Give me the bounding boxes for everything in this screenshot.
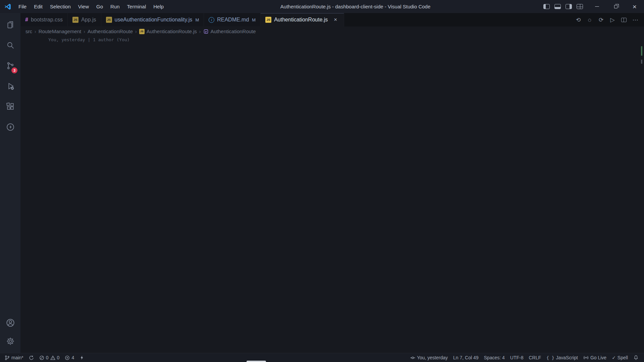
toggle-panel-icon[interactable] <box>554 4 561 9</box>
braces-icon: { } <box>546 355 554 360</box>
sync-button[interactable] <box>26 353 37 362</box>
close-button[interactable]: × <box>625 0 644 13</box>
annotations-icon[interactable]: ○ <box>585 15 594 24</box>
overview-ruler[interactable] <box>638 36 644 353</box>
tab-label: App.js <box>81 17 96 23</box>
menu-item-go[interactable]: Go <box>93 2 107 11</box>
sync-icon <box>29 355 34 360</box>
breadcrumb-item-routemanagement[interactable]: RouteManagement <box>39 28 82 34</box>
explorer-icon[interactable] <box>0 14 20 35</box>
problems-indicator[interactable]: 0 0 <box>37 353 62 362</box>
source-control-badge: 3 <box>11 67 17 73</box>
run-debug-icon[interactable] <box>0 76 20 96</box>
extensions-icon[interactable] <box>0 96 20 117</box>
ports-indicator[interactable]: 4 <box>62 353 77 362</box>
indentation-text: Spaces: 4 <box>484 355 505 360</box>
restore-button[interactable] <box>606 0 625 13</box>
breadcrumb-item-src[interactable]: src <box>25 28 32 34</box>
window-controls: × <box>588 0 644 13</box>
toggle-secondary-sidebar-icon[interactable] <box>566 4 572 9</box>
activity-bar: 3 <box>0 13 20 353</box>
git-branch-icon <box>5 355 10 360</box>
spell-checker[interactable]: ✓ Spell <box>609 353 631 362</box>
js-icon: JS <box>106 17 112 23</box>
menu-item-view[interactable]: View <box>74 2 93 11</box>
menu-item-selection[interactable]: Selection <box>46 2 74 11</box>
taskbar-peek <box>247 361 266 362</box>
tab-app-js[interactable]: JS App.js <box>68 13 101 26</box>
tab-useauthenticationfunctionality-js[interactable]: JS useAuthenticationFunctionality.js M <box>101 13 204 26</box>
commit-icon <box>410 355 415 360</box>
language-text: JavaScript <box>556 355 578 360</box>
window-title: AuthenticationRoute.js - dashboard-clien… <box>167 4 543 9</box>
menu-item-help[interactable]: Help <box>150 2 167 11</box>
git-modified-badge: M <box>252 17 256 22</box>
indentation-setting[interactable]: Spaces: 4 <box>481 353 507 362</box>
customize-layout-icon[interactable] <box>577 4 583 9</box>
source-control-icon[interactable]: 3 <box>0 55 20 76</box>
js-icon: JS <box>72 17 78 23</box>
menu-item-file[interactable]: File <box>15 2 30 11</box>
title-bar: File Edit Selection View Go Run Terminal… <box>0 0 644 13</box>
account-icon[interactable] <box>0 313 20 332</box>
language-mode[interactable]: { } JavaScript <box>544 353 581 362</box>
go-live-button[interactable]: Go Live <box>581 353 609 362</box>
branch-indicator[interactable]: main* <box>2 353 26 362</box>
symbol-variable-icon <box>203 29 209 34</box>
breadcrumb-separator: › <box>199 29 201 34</box>
gitlens-file-annotation[interactable]: You, yesterday | 1 author (You) <box>20 36 644 44</box>
breadcrumb-label: RouteManagement <box>39 28 82 34</box>
breadcrumb-item-authenticationroute-folder[interactable]: AuthenticationRoute <box>88 28 133 34</box>
run-file-icon[interactable]: ▷ <box>608 15 617 24</box>
tab-close-icon[interactable]: × <box>332 16 339 23</box>
cursor-position[interactable]: Ln 7, Col 49 <box>450 353 481 362</box>
next-change-icon[interactable]: ⟳ <box>596 15 606 24</box>
eol-text: CRLF <box>529 355 541 360</box>
spell-text: Spell <box>618 355 628 360</box>
js-icon: JS <box>139 29 145 34</box>
eol-setting[interactable]: CRLF <box>526 353 544 362</box>
status-bar: main* 0 0 4 You, yesterday Ln 7, Col 49 … <box>0 353 644 362</box>
overview-cursor-mark <box>641 60 642 64</box>
thunder-client-icon[interactable] <box>0 117 20 137</box>
settings-gear-icon[interactable] <box>0 332 20 350</box>
menu-item-edit[interactable]: Edit <box>30 2 46 11</box>
breadcrumb-item-authenticationroute-file[interactable]: JS AuthenticationRoute.js <box>139 28 197 34</box>
editor-actions: ⟲ ○ ⟳ ▷ ⋯ <box>574 13 644 26</box>
breadcrumb-label: AuthenticationRoute <box>88 28 133 34</box>
split-editor-glyph <box>621 18 627 22</box>
tab-authenticationroute-js[interactable]: JS AuthenticationRoute.js × <box>261 13 344 26</box>
tab-bootstrap-css[interactable]: # bootstrap.css <box>20 13 68 26</box>
breadcrumb-label: AuthenticationRoute.js <box>147 28 197 34</box>
search-icon[interactable] <box>0 35 20 55</box>
restore-icon <box>614 5 618 8</box>
layout-controls <box>543 4 583 9</box>
menu-bar: File Edit Selection View Go Run Terminal… <box>15 2 167 11</box>
tab-label: AuthenticationRoute.js <box>274 17 328 23</box>
previous-change-icon[interactable]: ⟲ <box>574 15 583 24</box>
encoding-setting[interactable]: UTF-8 <box>507 353 526 362</box>
code-area: You, yesterday | 1 author (You) <box>20 36 644 44</box>
blame-text: You, yesterday <box>417 355 448 360</box>
more-actions-icon[interactable]: ⋯ <box>631 15 640 24</box>
activity-bar-bottom <box>0 313 20 353</box>
tab-readme-md[interactable]: i README.md M <box>204 13 261 26</box>
breadcrumb-item-authenticationroute-symbol[interactable]: AuthenticationRoute <box>203 28 256 34</box>
split-editor-icon[interactable] <box>619 15 629 24</box>
menu-item-run[interactable]: Run <box>107 2 123 11</box>
status-bar-left: main* 0 0 4 <box>0 353 87 362</box>
toggle-sidebar-icon[interactable] <box>543 4 550 9</box>
breadcrumb-label: AuthenticationRoute <box>211 28 256 34</box>
notifications-bell[interactable] <box>631 353 641 362</box>
blame-status[interactable]: You, yesterday <box>408 353 450 362</box>
warnings-icon <box>50 355 55 360</box>
vscode-logo <box>4 3 11 10</box>
bolt-button[interactable] <box>77 353 87 362</box>
menu-item-terminal[interactable]: Terminal <box>123 2 150 11</box>
breadcrumb-separator: › <box>35 29 36 34</box>
errors-icon <box>39 355 44 360</box>
minimize-icon <box>595 6 599 7</box>
git-modified-badge: M <box>195 17 199 22</box>
tab-label: README.md <box>217 17 249 23</box>
minimize-button[interactable] <box>588 0 606 13</box>
